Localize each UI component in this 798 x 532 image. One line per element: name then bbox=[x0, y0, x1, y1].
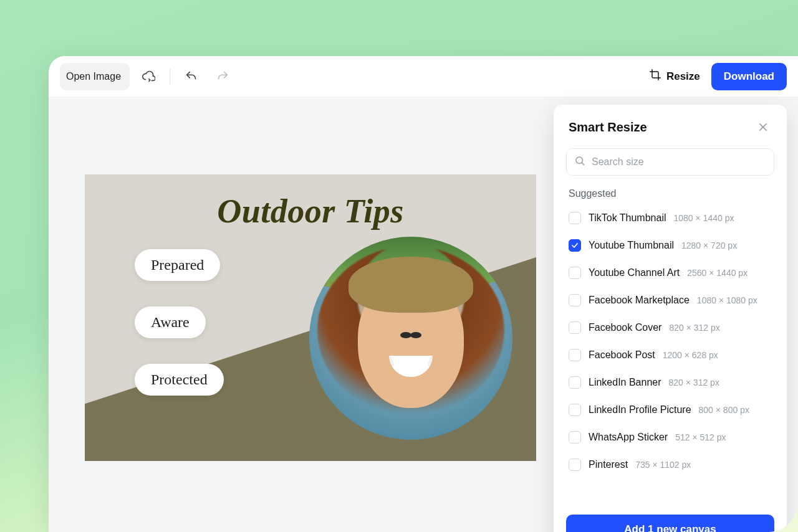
size-option-dims: 800 × 800 px bbox=[699, 405, 749, 415]
add-canvas-label: Add 1 new canvas bbox=[624, 523, 716, 532]
open-image-button[interactable]: Open Image bbox=[60, 63, 130, 90]
redo-icon[interactable] bbox=[210, 64, 235, 89]
resize-label: Resize bbox=[666, 70, 700, 83]
size-option-dims: 512 × 512 px bbox=[675, 432, 726, 442]
checkbox-icon bbox=[569, 267, 581, 279]
checkbox-icon bbox=[569, 321, 581, 334]
canvas-title: Outdoor Tips bbox=[85, 192, 536, 230]
close-icon[interactable] bbox=[754, 118, 772, 136]
search-input[interactable] bbox=[592, 156, 766, 168]
canvas-pill-2: Aware bbox=[135, 306, 206, 338]
download-button[interactable]: Download bbox=[711, 63, 787, 90]
checkbox-icon bbox=[569, 404, 581, 416]
page-frame: Open Image Resize Download bbox=[0, 0, 798, 532]
size-option[interactable]: Facebook Cover820 × 312 px bbox=[560, 314, 782, 341]
size-option-name: Facebook Marketplace bbox=[589, 295, 690, 306]
size-option[interactable]: WhatsApp Sticker512 × 512 px bbox=[560, 424, 782, 451]
checkbox-icon bbox=[569, 431, 581, 444]
checkbox-icon bbox=[569, 212, 581, 224]
size-option-name: WhatsApp Sticker bbox=[589, 432, 668, 443]
size-option-dims: 1200 × 628 px bbox=[663, 350, 718, 360]
checkbox-icon bbox=[569, 294, 581, 306]
app-window: Open Image Resize Download bbox=[49, 56, 798, 532]
panel-header: Smart Resize bbox=[554, 105, 787, 145]
search-icon bbox=[574, 155, 585, 169]
size-option[interactable]: LinkedIn Banner820 × 312 px bbox=[560, 369, 782, 396]
size-options-list: TikTok Thumbnail1080 × 1440 pxYoutube Th… bbox=[554, 203, 787, 507]
size-option-name: Pinterest bbox=[589, 459, 628, 470]
canvas-pill-3: Protected bbox=[135, 364, 224, 396]
size-option[interactable]: Facebook Marketplace1080 × 1080 px bbox=[560, 287, 782, 314]
size-option-dims: 735 × 1102 px bbox=[635, 460, 691, 470]
size-option[interactable]: Youtube Channel Art2560 × 1440 px bbox=[560, 259, 782, 287]
search-size-field[interactable] bbox=[566, 148, 774, 176]
canvas-area: Outdoor Tips Prepared Aware Protected Sm… bbox=[49, 97, 798, 532]
toolbar: Open Image Resize Download bbox=[49, 56, 798, 97]
cloud-sync-icon[interactable] bbox=[136, 64, 161, 89]
checkbox-icon bbox=[569, 349, 581, 361]
size-option-name: LinkedIn Profile Picture bbox=[589, 404, 691, 416]
panel-title: Smart Resize bbox=[569, 120, 647, 135]
crop-icon bbox=[649, 69, 661, 84]
size-option[interactable]: Pinterest735 × 1102 px bbox=[560, 451, 782, 478]
undo-icon[interactable] bbox=[179, 64, 204, 89]
canvas-photo bbox=[309, 237, 512, 440]
size-option-dims: 820 × 312 px bbox=[669, 323, 719, 333]
checkbox-icon bbox=[569, 458, 581, 471]
size-option[interactable]: Facebook Post1200 × 628 px bbox=[560, 341, 782, 369]
size-option-dims: 820 × 312 px bbox=[669, 378, 719, 387]
size-option-name: Youtube Channel Art bbox=[589, 267, 680, 278]
add-canvas-button[interactable]: Add 1 new canvas bbox=[566, 515, 774, 532]
size-option[interactable]: LinkedIn Profile Picture800 × 800 px bbox=[560, 396, 782, 424]
size-option[interactable]: TikTok Thumbnail1080 × 1440 px bbox=[560, 204, 782, 232]
size-option-dims: 2560 × 1440 px bbox=[687, 268, 748, 278]
checkbox-icon bbox=[569, 376, 581, 389]
size-option-name: TikTok Thumbnail bbox=[589, 212, 666, 224]
size-option-dims: 1080 × 1080 px bbox=[697, 295, 757, 305]
size-option-name: Facebook Post bbox=[589, 349, 655, 361]
canvas-pill-1: Prepared bbox=[135, 249, 220, 281]
suggested-label: Suggested bbox=[554, 182, 787, 203]
download-label: Download bbox=[724, 70, 774, 82]
size-option-name: Youtube Thumbnail bbox=[589, 240, 674, 251]
resize-button[interactable]: Resize bbox=[644, 62, 705, 90]
size-option-dims: 1280 × 720 px bbox=[681, 240, 737, 250]
open-image-label: Open Image bbox=[66, 71, 121, 82]
design-canvas[interactable]: Outdoor Tips Prepared Aware Protected bbox=[85, 174, 536, 461]
size-option-name: LinkedIn Banner bbox=[589, 377, 661, 388]
size-option-name: Facebook Cover bbox=[589, 322, 661, 333]
toolbar-separator bbox=[170, 69, 170, 85]
size-option-dims: 1080 × 1440 px bbox=[674, 213, 734, 223]
checkbox-icon bbox=[569, 239, 581, 252]
size-option[interactable]: Youtube Thumbnail1280 × 720 px bbox=[560, 232, 782, 259]
svg-line-3 bbox=[582, 163, 584, 164]
smart-resize-panel: Smart Resize Suggested TikTok Thumbnail1… bbox=[554, 105, 787, 532]
